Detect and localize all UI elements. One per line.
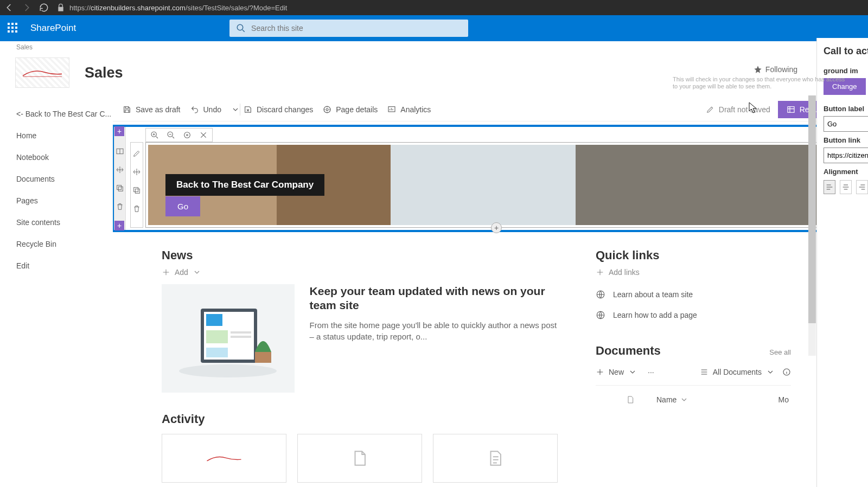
hero-title[interactable]: Back to The Best Car Company [165,174,324,196]
quicklink-item[interactable]: Learn about a team site [596,284,791,305]
documents-seeall-link[interactable]: See all [769,348,791,356]
search-icon [236,23,246,33]
save-draft-button[interactable]: Save as draft [123,105,181,114]
zoom-in-icon[interactable] [150,131,159,139]
documents-command-bar: New ··· All Documents [596,363,791,381]
hero-go-button[interactable]: Go [165,196,200,216]
button-label-input[interactable] [824,116,868,132]
section-move-icon[interactable] [116,165,124,174]
news-placeholder-image [162,284,295,393]
forward-icon[interactable] [22,3,31,12]
svg-point-0 [237,24,243,30]
add-section-bottom-button[interactable]: + [114,221,124,230]
documents-more-icon[interactable]: ··· [648,368,654,376]
column-name[interactable]: Name [656,395,688,404]
site-title[interactable]: Sales [85,65,123,81]
app-launcher-icon[interactable] [8,23,18,34]
url-text[interactable]: https://citizenbuilders.sharepoint.com/s… [69,4,287,12]
pane-btn-label: Button label [824,105,868,113]
zoom-out-icon[interactable] [167,131,175,139]
documents-view-button[interactable]: All Documents [700,368,775,376]
activity-card[interactable] [162,434,286,483]
search-box[interactable] [229,20,468,37]
webpart-rail [130,142,143,228]
search-input[interactable] [251,24,462,33]
svg-rect-7 [117,185,122,190]
svg-rect-18 [206,330,228,343]
nav-notebook[interactable]: Notebook [16,146,113,168]
browser-address-bar: https://citizenbuilders.sharepoint.com/s… [0,0,868,15]
align-center-button[interactable] [840,180,852,194]
svg-rect-19 [231,331,251,334]
nav-home[interactable]: Home [16,125,113,146]
add-section-top-button[interactable]: + [114,126,124,136]
breadcrumb[interactable]: Sales [0,41,868,52]
undo-chevron-icon[interactable] [231,105,240,114]
webpart-edit-icon[interactable] [132,149,141,158]
documents-info-icon[interactable] [782,368,791,376]
svg-rect-22 [255,352,271,363]
scrollbar[interactable] [808,95,816,356]
section-delete-icon[interactable] [116,202,124,211]
align-right-button[interactable] [856,180,868,194]
activity-card[interactable] [433,434,558,483]
pane-title: Call to acti [824,46,868,57]
page-details-button[interactable]: Page details [323,105,378,114]
property-pane: Call to acti ground im Change Button lab… [816,38,868,487]
pane-bg-label: ground im [824,67,868,75]
section-rail: + + [114,127,126,230]
news-headline: Keep your team updated with news on your… [310,284,563,313]
pane-align-label: Alignment [824,168,868,176]
discard-changes-button[interactable]: Discard changes [244,105,313,114]
analytics-button[interactable]: Analytics [387,105,431,114]
nav-sitecontents[interactable]: Site contents [16,212,113,233]
quicklinks-add-button[interactable]: Add links [596,268,791,277]
documents-column-header: Name Mo [596,385,791,404]
quicklink-item[interactable]: Learn how to add a page [596,305,791,325]
activity-heading: Activity [162,412,563,426]
nav-edit[interactable]: Edit [16,255,113,277]
svg-rect-4 [788,106,794,112]
back-icon[interactable] [4,3,14,12]
webpart-delete-icon[interactable] [132,204,141,213]
svg-point-10 [184,132,190,138]
news-heading: News [162,248,563,262]
file-type-icon[interactable] [626,395,635,404]
nav-back[interactable]: <- Back to The Best Car C... [16,103,113,125]
svg-rect-20 [231,336,251,338]
follow-button[interactable]: Following [754,65,797,74]
selected-section[interactable]: + + [113,125,868,232]
add-webpart-button[interactable]: + [491,222,502,233]
call-to-action-webpart[interactable]: Back to The Best Car Company Go [145,142,864,228]
site-logo[interactable] [15,57,69,88]
align-left-button[interactable] [824,180,835,194]
nav-pages[interactable]: Pages [16,190,113,212]
draft-status: Draft not saved [706,105,770,114]
webpart-move-icon[interactable] [132,168,141,176]
nav-documents[interactable]: Documents [16,168,113,190]
quicklinks-heading: Quick links [596,248,791,262]
svg-rect-6 [118,187,123,191]
hero-background: Back to The Best Car Company Go [148,145,861,225]
lock-icon [56,3,65,12]
activity-card[interactable] [297,434,422,483]
button-link-input[interactable] [824,148,868,163]
undo-button[interactable]: Undo [190,105,221,114]
webpart-copy-icon[interactable] [132,186,141,195]
close-toolbar-icon[interactable] [199,131,208,139]
column-modified[interactable]: Mo [778,395,791,404]
section-layout-icon[interactable] [116,147,124,156]
news-add-button[interactable]: Add [162,268,563,277]
focal-point-icon[interactable] [183,131,192,139]
editor-area: Save as draft Undo Discard changes Page … [113,98,868,487]
nav-recyclebin[interactable]: Recycle Bin [16,233,113,255]
follow-label: Following [765,65,797,74]
svg-point-14 [179,364,277,377]
left-nav: <- Back to The Best Car C... Home Notebo… [0,98,113,487]
reload-icon[interactable] [39,3,49,12]
documents-new-button[interactable]: New [596,368,637,376]
suite-title[interactable]: SharePoint [30,23,76,34]
svg-rect-21 [206,348,228,357]
section-copy-icon[interactable] [116,184,124,193]
svg-rect-3 [388,106,395,111]
